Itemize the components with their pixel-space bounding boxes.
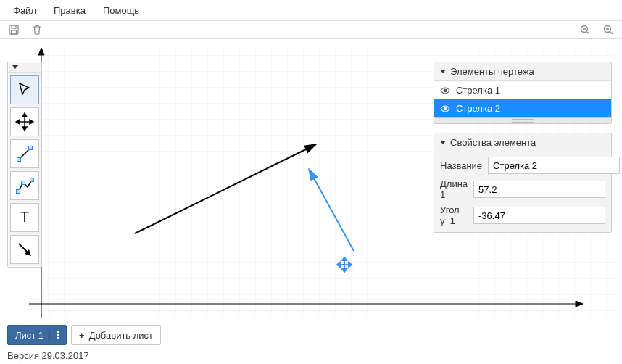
zoom-in-icon[interactable] — [602, 23, 615, 36]
prop-name-input[interactable] — [488, 157, 620, 174]
sheet-tab-active[interactable]: Лист 1 — [7, 325, 67, 345]
menu-edit[interactable]: Правка — [45, 2, 94, 19]
menu-file[interactable]: Файл — [4, 2, 45, 19]
version-label: Версия 29.03.2017 — [7, 350, 89, 361]
svg-text:T: T — [20, 209, 29, 225]
layer-item[interactable]: Стрелка 1 — [434, 81, 611, 99]
zoom-out-icon[interactable] — [579, 23, 592, 36]
prop-angle-label: Угол y_1 — [440, 204, 468, 226]
svg-rect-23 — [17, 158, 21, 162]
eye-icon[interactable] — [440, 104, 450, 114]
tool-arrow[interactable] — [10, 235, 39, 264]
chevron-down-icon — [440, 70, 446, 73]
plus-icon: + — [79, 330, 85, 341]
layer-label: Стрелка 1 — [456, 85, 500, 96]
properties-title: Свойства элемента — [450, 137, 536, 148]
svg-rect-0 — [9, 25, 18, 34]
properties-panel: Свойства элемента Название Длина 1 Угол … — [434, 133, 612, 233]
tool-select[interactable] — [10, 75, 39, 104]
svg-rect-25 — [17, 190, 20, 194]
elements-title: Элементы чертежа — [450, 66, 534, 77]
svg-point-32 — [444, 107, 447, 110]
prop-angle-input[interactable] — [473, 207, 605, 224]
add-sheet-label: Добавить лист — [89, 330, 153, 341]
tool-text[interactable]: T — [10, 203, 39, 232]
svg-rect-27 — [30, 178, 34, 182]
svg-rect-2 — [12, 30, 17, 34]
save-icon[interactable] — [7, 23, 20, 36]
prop-name-label: Название — [440, 160, 482, 171]
svg-marker-21 — [30, 120, 33, 124]
elements-panel: Элементы чертежа Стрелка 1 Стрелка 2 — [434, 62, 612, 124]
prop-length-label: Длина 1 — [440, 178, 468, 200]
layer-label: Стрелка 2 — [456, 103, 500, 114]
svg-point-35 — [57, 337, 59, 339]
properties-panel-header[interactable]: Свойства элемента — [434, 133, 611, 152]
tool-palette: T — [7, 62, 42, 268]
svg-rect-1 — [12, 25, 16, 28]
svg-marker-19 — [22, 127, 27, 131]
chevron-down-icon — [440, 141, 446, 144]
tool-polyline[interactable] — [10, 171, 39, 200]
palette-collapse[interactable] — [8, 62, 41, 73]
svg-point-33 — [57, 331, 59, 334]
svg-marker-20 — [16, 120, 20, 124]
trash-icon[interactable] — [30, 23, 43, 36]
svg-rect-24 — [29, 146, 33, 150]
add-sheet-button[interactable]: + Добавить лист — [71, 325, 161, 345]
sheet-tab-menu[interactable] — [49, 330, 66, 340]
sheet-tab-label: Лист 1 — [8, 330, 49, 341]
svg-point-31 — [444, 89, 447, 92]
eye-icon[interactable] — [440, 86, 450, 96]
svg-rect-26 — [22, 181, 25, 185]
svg-marker-7 — [38, 48, 44, 55]
svg-marker-18 — [22, 113, 27, 117]
prop-length-input[interactable] — [473, 181, 605, 198]
layer-item[interactable]: Стрелка 2 — [434, 99, 611, 117]
menu-help[interactable]: Помощь — [94, 2, 148, 19]
tool-move[interactable] — [10, 107, 39, 136]
elements-panel-header[interactable]: Элементы чертежа — [434, 62, 611, 81]
tool-line[interactable] — [10, 139, 39, 168]
svg-point-34 — [57, 334, 59, 336]
panel-resize-handle[interactable] — [434, 117, 611, 123]
